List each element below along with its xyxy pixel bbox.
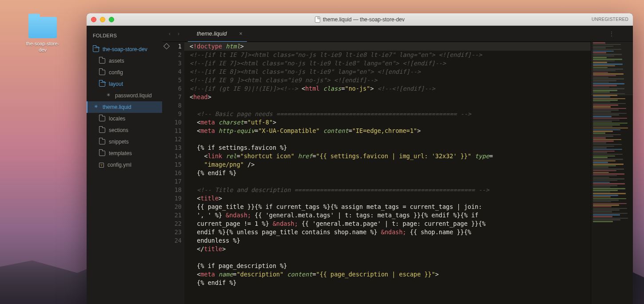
code-line[interactable] (190, 135, 633, 144)
tab-close-icon[interactable]: × (239, 31, 242, 37)
minimap-line (593, 116, 612, 117)
code-line[interactable]: {% if settings.favicon %} (190, 144, 633, 152)
minimap-line (593, 95, 617, 96)
minimap-line (593, 83, 624, 84)
tree-item-password-liquid[interactable]: ✳password.liquid (93, 90, 160, 101)
more-icon[interactable]: ⋮ (608, 30, 615, 37)
minimap-line (593, 162, 608, 163)
minimap-line (593, 59, 622, 60)
minimap-line (593, 175, 617, 176)
minimap-line (593, 137, 606, 139)
code-line[interactable]: <head> (190, 93, 633, 101)
tree-item-label: layout (109, 81, 123, 87)
tree-item-label: config.yml (107, 162, 131, 168)
tree-item-snippets[interactable]: snippets (93, 136, 160, 148)
minimap-line (593, 219, 620, 220)
minimap-line (593, 144, 622, 145)
minimap-line (593, 204, 619, 206)
minimap-line (593, 200, 619, 201)
minimap-line (593, 72, 608, 73)
code-line[interactable]: "image/png" /> (190, 160, 633, 169)
registration-badge: UNREGISTERED (592, 17, 628, 22)
nav-back-icon[interactable]: ‹ (167, 31, 173, 37)
minimize-icon[interactable] (100, 17, 105, 22)
code-line[interactable]: <title> (190, 194, 633, 203)
code-line[interactable]: <!doctype html> (184, 42, 633, 51)
window-titlebar[interactable]: theme.liquid — the-soap-store-dev UNREGI… (87, 13, 633, 26)
minimap-line (593, 57, 607, 58)
minimap-line (593, 42, 605, 44)
line-number: 1 (171, 42, 182, 51)
minimap-line (593, 196, 611, 198)
minimap-line (593, 157, 608, 158)
minimap-line (593, 78, 624, 80)
window-title: theme.liquid — the-soap-store-dev (87, 16, 633, 23)
minimap-line (593, 170, 616, 172)
code-line[interactable]: <meta http-equiv="X-UA-Compatible" conte… (190, 127, 633, 135)
close-icon[interactable] (91, 17, 96, 22)
minimap-line (593, 149, 622, 150)
tree-item-layout[interactable]: layout (93, 78, 160, 90)
line-number: 12 (171, 135, 182, 144)
code-line[interactable]: <!--[if IE 8]><html class="no-js lt-ie9"… (190, 68, 633, 76)
code-line[interactable]: {% endif %} (190, 279, 633, 287)
tab-bar: ‹ › theme.liquid × ⋮ (162, 26, 633, 42)
tree-item-config[interactable]: config (93, 67, 160, 78)
code-line[interactable]: <!--[if IE 9 ]><html class="ie9 no-js"> … (190, 76, 633, 84)
code-line[interactable]: <meta charset="utf-8"> (190, 118, 633, 127)
line-number: 7 (171, 93, 182, 101)
code-line[interactable]: ', ' %} &ndash; {{ 'general.meta.tags' |… (190, 211, 633, 220)
code-line[interactable]: endif %}{% unless page_title contains sh… (190, 228, 633, 236)
code-line[interactable]: <!-- Title and description =============… (190, 186, 633, 194)
minimap-line (593, 56, 614, 57)
nav-forward-icon[interactable]: › (175, 31, 182, 37)
code-line[interactable] (190, 253, 633, 262)
minimap-line (593, 114, 619, 116)
minimap-line (593, 62, 607, 63)
line-number: 4 (171, 68, 182, 76)
tree-item-config-yml[interactable]: Yconfig.yml (93, 159, 160, 171)
code-line[interactable]: {% if page_description %} (190, 262, 633, 270)
code-line[interactable] (190, 177, 633, 186)
code-line[interactable]: </title> (190, 245, 633, 253)
tree-item-locales[interactable]: locales (93, 113, 160, 124)
line-number: 15 (171, 160, 182, 169)
minimap-line (593, 193, 626, 194)
symbols-icon[interactable] (163, 43, 170, 50)
minimap-line (593, 118, 627, 119)
minimap-line (593, 92, 610, 93)
tree-item-theme-liquid[interactable]: ✳theme.liquid (87, 101, 162, 113)
code-line[interactable]: {{ page_title }}{% if current_tags %}{% … (190, 203, 633, 211)
minimap-line (593, 216, 612, 217)
tree-root[interactable]: the-soap-store-dev (93, 44, 160, 55)
code-line[interactable]: current_page != 1 %} &ndash; {{ 'general… (190, 220, 633, 228)
code-line[interactable]: endunless %} (190, 236, 633, 245)
minimap-line (593, 47, 606, 48)
code-editor[interactable]: 1234567891011121314 1516171819 202122232… (162, 42, 633, 304)
code-line[interactable]: {% endif %} (190, 169, 633, 177)
zoom-icon[interactable] (109, 17, 114, 22)
code-line[interactable]: <!--[if IE 7]><html class="no-js lt-ie9 … (190, 59, 633, 68)
folder-icon (99, 139, 105, 144)
tree-item-label: assets (109, 58, 124, 64)
code-line[interactable]: <!-- Basic page needs ==================… (190, 110, 633, 118)
tree-item-sections[interactable]: sections (93, 124, 160, 136)
desktop-folder[interactable]: the-soap-store-dev (23, 17, 62, 53)
minimap-line (593, 96, 610, 98)
tree-item-label: sections (109, 127, 128, 133)
code-line[interactable]: <!--[if (gt IE 9)|!(IE)]><!--> <html cla… (190, 84, 633, 93)
code-line[interactable]: <meta name="description" content="{{ pag… (190, 270, 633, 279)
minimap-line (593, 52, 606, 53)
minimap-line (593, 151, 615, 152)
code-line[interactable] (190, 101, 633, 110)
folder-icon (99, 116, 105, 121)
code-line[interactable]: <link rel="shortcut icon" href="{{ setti… (190, 152, 633, 160)
code-line[interactable]: <!--[if lt IE 7]><html class="no-js lt-i… (190, 51, 633, 59)
tree-item-assets[interactable]: assets (93, 55, 160, 67)
code-area[interactable]: <!doctype html><!--[if lt IE 7]><html cl… (184, 42, 633, 304)
minimap[interactable] (591, 42, 633, 304)
tab-theme-liquid[interactable]: theme.liquid × (188, 26, 247, 42)
tree-item-templates[interactable]: templates (93, 148, 160, 159)
minimap-line (593, 214, 620, 216)
line-number: 3 (171, 59, 182, 68)
